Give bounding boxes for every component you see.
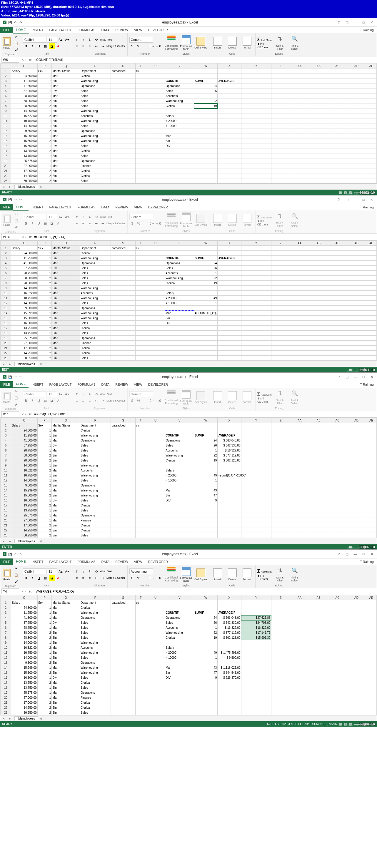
sheet-nav-prev-icon[interactable]: ◄ xyxy=(0,717,7,720)
wrap-text-button[interactable]: Wrap Text xyxy=(100,214,112,220)
worksheet-grid[interactable]: OPQRSTUVWXYZAAABACADAE1SalarySexMarital … xyxy=(0,241,377,361)
col-header-R[interactable]: R xyxy=(80,418,111,423)
align-left-icon[interactable]: ≡ xyxy=(74,43,80,49)
minimize-icon[interactable]: — xyxy=(351,197,359,202)
col-header-O[interactable]: O xyxy=(11,595,38,600)
format-cells-button[interactable]: Format xyxy=(240,214,254,226)
col-header-AC[interactable]: AC xyxy=(328,63,347,68)
conditional-formatting-button[interactable]: Conditional Formatting xyxy=(165,567,178,582)
increase-indent-icon[interactable]: ⇥ xyxy=(100,398,106,404)
col-header-P[interactable]: P xyxy=(37,595,52,600)
grow-font-icon[interactable]: A▴ xyxy=(58,37,63,42)
col-header-Z[interactable]: Z xyxy=(271,418,290,423)
delete-cells-button[interactable]: Delete xyxy=(226,214,239,226)
underline-button[interactable]: U xyxy=(36,575,42,581)
add-sheet-icon[interactable]: ⊕ xyxy=(38,717,44,720)
shrink-font-icon[interactable]: A▾ xyxy=(64,214,70,220)
col-header-AA[interactable]: AA xyxy=(290,63,309,68)
tab-file[interactable]: FILE xyxy=(0,204,13,211)
autosum-button[interactable]: Σ AutoSum xyxy=(257,214,272,220)
col-header-AE[interactable]: AE xyxy=(366,63,376,68)
undo-icon[interactable]: ↶ xyxy=(13,552,17,556)
italic-button[interactable]: I xyxy=(29,575,35,581)
formula-input[interactable]: =sumif(O:O,">20000" xyxy=(33,411,377,417)
col-header-T[interactable]: T xyxy=(135,63,146,68)
user-name[interactable]: T Raining xyxy=(357,206,377,209)
col-header-AB[interactable]: AB xyxy=(309,595,328,600)
font-name[interactable]: Calibri xyxy=(23,568,47,575)
font-size[interactable]: 11 xyxy=(47,568,57,575)
align-right-icon[interactable]: ≡ xyxy=(87,220,93,226)
enter-formula-icon[interactable]: ✓ xyxy=(24,236,27,239)
underline-button[interactable]: U xyxy=(36,398,42,404)
cancel-formula-icon[interactable]: ✕ xyxy=(22,590,24,593)
col-header-AB[interactable]: AB xyxy=(309,241,328,246)
user-name[interactable]: T Raining xyxy=(357,28,377,32)
italic-button[interactable]: I xyxy=(29,43,35,49)
tab-file[interactable]: FILE xyxy=(0,558,13,565)
align-left-icon[interactable]: ≡ xyxy=(74,575,80,581)
worksheet-grid[interactable]: OPQRSTUVWXYZAAABACADAE1SalarySexMarital … xyxy=(0,63,377,183)
fill-color-icon[interactable]: ◪ xyxy=(49,220,55,226)
tab-review[interactable]: REVIEW xyxy=(112,204,131,211)
font-name[interactable]: Calibri xyxy=(23,391,47,397)
percent-icon[interactable]: % xyxy=(136,575,142,581)
format-cells-button[interactable]: Format xyxy=(240,37,254,49)
sort-filter-button[interactable]: ⇅Sort & Filter xyxy=(273,36,286,50)
wrap-text-button[interactable]: Wrap Text xyxy=(100,37,112,42)
redo-icon[interactable]: ↷ xyxy=(19,552,23,556)
font-size[interactable]: 11 xyxy=(47,214,57,220)
delete-cells-button[interactable]: Delete xyxy=(226,568,239,581)
col-header-O[interactable]: O xyxy=(11,63,38,68)
align-top-icon[interactable]: ⬆ xyxy=(74,214,80,220)
grow-font-icon[interactable]: A▴ xyxy=(58,568,63,575)
tab-view[interactable]: VIEW xyxy=(131,27,145,33)
col-header-AC[interactable]: AC xyxy=(328,595,347,600)
currency-icon[interactable]: $ xyxy=(129,575,135,581)
col-header-Y[interactable]: Y xyxy=(241,418,271,423)
border-icon[interactable]: ▦ xyxy=(42,398,48,404)
find-select-button[interactable]: 🔍Find & Select xyxy=(288,36,301,50)
font-color-icon[interactable]: A xyxy=(55,220,61,226)
tab-insert[interactable]: INSERT xyxy=(29,381,46,388)
sort-filter-button[interactable]: ⇅Sort & Filter xyxy=(273,567,286,582)
currency-icon[interactable]: $ xyxy=(129,43,135,49)
align-top-icon[interactable]: ⬆ xyxy=(74,568,80,575)
align-center-icon[interactable]: ≡ xyxy=(80,220,86,226)
enter-formula-icon[interactable]: ✓ xyxy=(24,58,27,61)
comma-icon[interactable]: , xyxy=(142,575,148,581)
tab-review[interactable]: REVIEW xyxy=(112,27,131,33)
cut-icon[interactable]: ✂ xyxy=(13,34,19,40)
col-header-Z[interactable]: Z xyxy=(271,63,290,68)
tab-home[interactable]: HOME xyxy=(13,381,29,388)
tab-file[interactable]: FILE xyxy=(0,381,13,388)
tab-data[interactable]: DATA xyxy=(98,204,113,211)
tab-developer[interactable]: DEVELOPER xyxy=(145,27,171,33)
autosum-button[interactable]: Σ AutoSum xyxy=(257,37,272,42)
ribbon-options-icon[interactable]: ▢ xyxy=(343,20,351,25)
fx-icon[interactable]: fx xyxy=(28,235,33,239)
undo-icon[interactable]: ↶ xyxy=(13,375,17,379)
bold-button[interactable]: B xyxy=(23,575,29,581)
font-size[interactable]: 11 xyxy=(47,391,57,397)
ribbon-options-icon[interactable]: ▢ xyxy=(343,374,351,379)
col-header-U[interactable]: U xyxy=(146,63,165,68)
col-header-V[interactable]: V xyxy=(165,418,194,423)
format-as-table-button[interactable]: Format as Table xyxy=(180,213,193,228)
percent-icon[interactable]: % xyxy=(136,220,142,226)
col-header-S[interactable]: S xyxy=(111,595,135,600)
col-header-X[interactable]: X xyxy=(218,418,241,423)
italic-button[interactable]: I xyxy=(29,398,35,404)
format-painter-icon[interactable]: 🖌 xyxy=(13,224,19,230)
select-all[interactable] xyxy=(1,595,11,600)
number-format[interactable]: General xyxy=(129,391,153,397)
col-header-S[interactable]: S xyxy=(111,418,135,423)
col-header-V[interactable]: V xyxy=(165,63,194,68)
minimize-icon[interactable]: — xyxy=(351,374,359,379)
col-header-AA[interactable]: AA xyxy=(290,418,309,423)
increase-decimal-icon[interactable]: .0→ xyxy=(149,43,155,49)
align-center-icon[interactable]: ≡ xyxy=(80,43,86,49)
view-normal-icon[interactable]: ▦ xyxy=(339,191,342,194)
number-format[interactable]: General xyxy=(129,214,153,220)
col-header-Q[interactable]: Q xyxy=(52,63,80,68)
